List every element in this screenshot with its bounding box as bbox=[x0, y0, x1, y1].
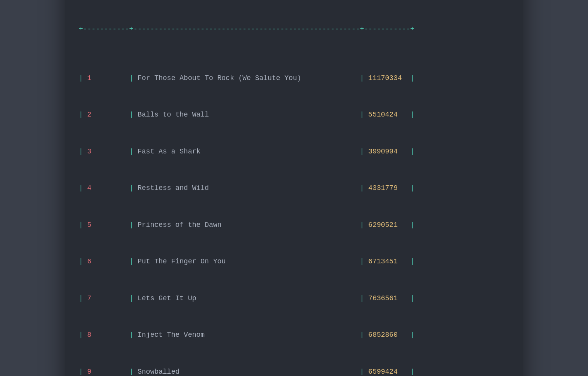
table-row: | 7 | Lets Get It Up | 7636561 | bbox=[79, 292, 509, 305]
terminal-body: chinook$ pq --from tracks.csv 'select [t… bbox=[65, 0, 523, 376]
table-row: | 6 | Put The Finger On You | 6713451 | bbox=[79, 256, 509, 268]
table-row: | 5 | Princess of the Dawn | 6290521 | bbox=[79, 219, 509, 232]
table-border-mid: +-----------+---------------------------… bbox=[79, 23, 509, 36]
table-row: | 3 | Fast As a Shark | 3990994 | bbox=[79, 146, 509, 158]
table-row: | 2 | Balls to the Wall | 5510424 | bbox=[79, 109, 509, 121]
terminal-window: chinook$ pq --from tracks.csv 'select [t… bbox=[65, 0, 523, 376]
table-row: | 4 | Restless and Wild | 4331779 | bbox=[79, 182, 509, 195]
table-row: | 9 | Snowballed | 6599424 | bbox=[79, 366, 509, 376]
table-output: +-----------+---------------------------… bbox=[79, 0, 509, 376]
table-row: | 8 | Inject The Venom | 6852860 | bbox=[79, 329, 509, 341]
table-row: | 1 | For Those About To Rock (We Salute… bbox=[79, 72, 509, 85]
